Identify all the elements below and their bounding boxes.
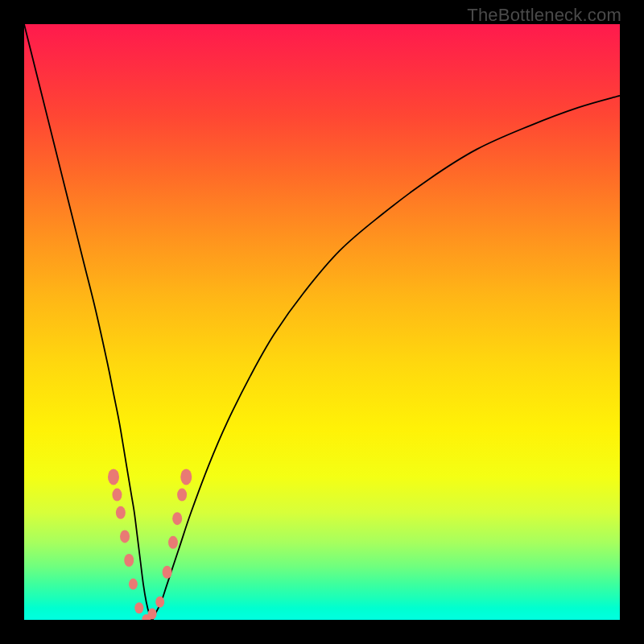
- data-marker: [134, 602, 143, 613]
- watermark-text: TheBottleneck.com: [467, 5, 621, 26]
- data-marker: [116, 506, 126, 519]
- data-marker: [129, 579, 138, 590]
- data-marker: [120, 530, 130, 543]
- data-marker: [168, 536, 178, 549]
- bottleneck-curve: [24, 24, 620, 620]
- data-marker: [108, 469, 119, 485]
- data-marker: [180, 469, 192, 485]
- data-marker: [148, 609, 157, 620]
- data-marker: [155, 597, 164, 608]
- data-marker: [172, 512, 182, 525]
- data-marker: [112, 489, 122, 502]
- data-marker: [177, 489, 187, 502]
- plot-area: [24, 24, 620, 620]
- data-marker: [124, 554, 134, 567]
- data-marker: [163, 566, 172, 579]
- chart-frame: TheBottleneck.com: [0, 0, 644, 644]
